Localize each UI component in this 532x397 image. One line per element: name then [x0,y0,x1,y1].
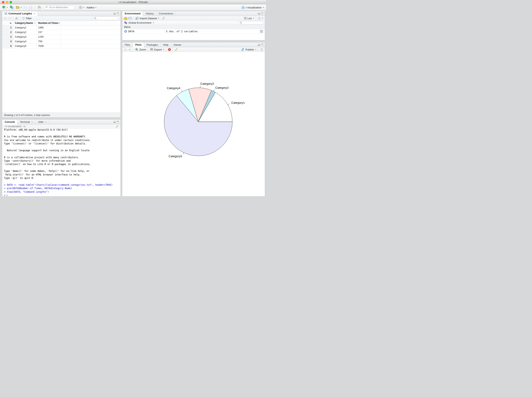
zoom-plot-button[interactable]: Zoom [139,48,146,51]
tab-label: Jobs [38,120,44,123]
tab-history[interactable]: History [143,11,156,16]
console-tabstrip: ConsoleTerminal✕Jobs✕ [2,120,120,124]
view-table-icon[interactable] [260,30,263,33]
close-icon[interactable]: ✕ [34,12,35,15]
filter-button[interactable]: Filter [26,17,32,20]
next-plot-icon[interactable] [128,48,131,51]
tab-command-lengths[interactable]: Command Lengths ✕ [2,11,38,16]
data-viewer-pane: Command Lengths ✕ Filter [2,11,121,118]
minimize-pane-icon[interactable] [258,44,260,46]
forward-icon[interactable] [8,17,11,20]
maximize-pane-icon[interactable] [261,44,263,46]
export-plot-button[interactable]: Export [154,48,162,51]
save-workspace-icon[interactable] [128,17,132,20]
addins-button[interactable]: Addins [86,6,97,9]
toolbar-separator [166,48,166,51]
maximize-pane-icon[interactable] [117,12,119,15]
tab-viewer[interactable]: Viewer [171,43,184,47]
close-icon[interactable]: ✕ [31,121,33,123]
new-file-button[interactable] [2,6,8,9]
save-button[interactable] [23,6,27,9]
tab-plots[interactable]: Plots [133,43,144,47]
remove-plot-icon[interactable]: ✕ [168,48,171,51]
minimize-pane-icon[interactable] [114,13,116,14]
export-caret[interactable] [163,49,164,50]
open-in-new-icon[interactable] [23,125,26,128]
viewer-search-box[interactable] [93,17,119,20]
maximize-pane-icon[interactable] [261,12,263,15]
load-workspace-icon[interactable] [124,17,127,20]
environment-selector-caret[interactable] [153,22,154,23]
table-row[interactable]: 1Category11965 [2,25,120,30]
print-button[interactable] [37,6,42,9]
toolbar-separator [133,48,133,51]
expand-object-icon[interactable] [124,30,127,33]
pane-layout-button[interactable] [79,6,85,9]
clear-console-icon[interactable] [115,125,119,128]
back-icon[interactable] [4,17,7,20]
tab-files[interactable]: Files [122,43,133,47]
refresh-caret[interactable] [262,18,263,19]
sort-arrows-icon[interactable] [34,22,36,24]
console-output[interactable]: Platform: x86_64-apple-darwin15.6.0 (64-… [2,128,120,196]
project-caret [263,7,264,8]
tab-console[interactable]: Console [2,120,18,124]
new-file-dropdown-caret[interactable] [7,7,8,8]
refresh-plot-icon[interactable] [260,48,263,51]
import-dataset-caret[interactable] [158,18,159,19]
previous-plot-icon[interactable] [124,48,127,51]
import-dataset-button[interactable]: Import Dataset [140,17,157,20]
goto-arrow-icon [45,6,48,9]
open-new-window-icon[interactable] [15,17,18,20]
col-header-category-name[interactable]: Category.Name [13,21,37,25]
table-status-text: Showing 1 to 5 of 5 entries, 2 total col… [2,112,120,117]
minimize-pane-icon[interactable] [258,13,260,14]
tab-help[interactable]: Help [161,43,171,47]
maximize-pane-icon[interactable] [117,121,119,123]
viewer-tab-label: Command Lengths [8,12,32,15]
list-view-button[interactable]: List [247,17,252,20]
table-cell: 7559 [37,44,61,48]
table-row[interactable]: 3Category31293 [2,35,120,39]
publish-caret[interactable] [255,49,256,50]
environment-search-box[interactable] [239,21,263,25]
goto-file-input[interactable] [49,6,71,9]
project-menu-button[interactable]: R r-visualization [241,6,264,9]
console-output-line: Natural language support but running in … [4,149,120,152]
new-project-button[interactable]: R [9,6,14,9]
environment-pane: EnvironmentHistoryConnections Import Dat… [122,11,265,40]
tab-terminal[interactable]: Terminal✕ [18,120,36,124]
environment-selector[interactable]: Global Environment [128,21,151,24]
table-row[interactable]: 4Category4759 [2,39,120,44]
tab-jobs[interactable]: Jobs✕ [36,120,50,124]
open-file-button[interactable] [15,6,22,9]
rownum-header[interactable] [2,21,13,25]
minimize-pane-icon[interactable] [114,121,116,123]
global-environment-icon [124,21,127,24]
console-output-line [4,145,120,149]
table-row[interactable]: 2Category2237 [2,30,120,35]
goto-file-box[interactable] [44,6,74,10]
refresh-icon[interactable] [258,17,261,20]
environment-object-row[interactable]: DATA 5 obs. of 2 variables [122,29,265,34]
col-header-number-of-times[interactable]: Number.of.Times [37,21,61,25]
tab-environment[interactable]: Environment [122,11,143,16]
sort-arrows-icon[interactable] [59,22,60,24]
open-file-dropdown-caret[interactable] [20,7,22,8]
table-row[interactable]: 5Category57559 [2,44,120,49]
console-output-line: R is a collaborative project with many c… [4,156,120,159]
plot-display-area: Category1Category2Category3Category4Cate… [122,52,265,196]
console-output-line: Type 'license()' or 'licence()' for dist… [4,142,120,145]
pane-layout-caret[interactable] [83,7,84,8]
export-plot-icon [150,48,153,51]
clear-plots-icon[interactable] [175,48,177,51]
close-icon[interactable]: ✕ [45,121,47,123]
environment-toolbar: Import Dataset List [122,16,265,21]
console-input-line: > [4,194,120,196]
clear-environment-icon[interactable] [162,17,165,20]
tab-packages[interactable]: Packages [144,43,161,47]
list-view-caret[interactable] [253,18,254,19]
save-all-button[interactable] [28,6,33,9]
publish-button[interactable]: Publish [245,48,254,51]
tab-connections[interactable]: Connections [156,11,176,16]
